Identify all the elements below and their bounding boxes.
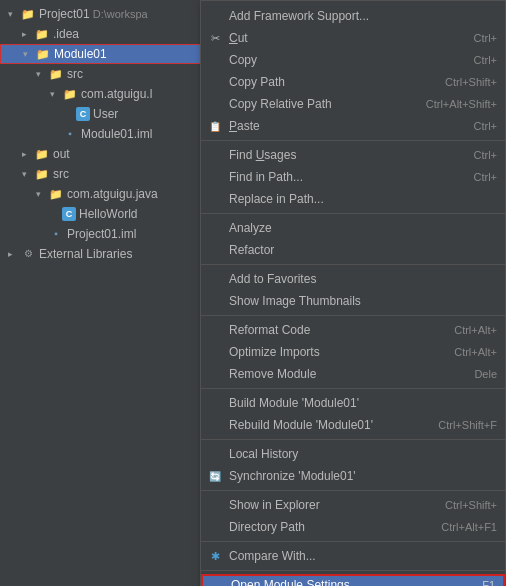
menu-item-add-framework[interactable]: Add Framework Support... bbox=[201, 5, 505, 27]
menu-item-cut[interactable]: ✂ Cut Ctrl+ bbox=[201, 27, 505, 49]
menu-label-analyze: Analyze bbox=[229, 221, 497, 235]
tree-label-module01: Module01 bbox=[54, 47, 107, 61]
menu-label-compare-with: Compare With... bbox=[229, 549, 497, 563]
menu-item-synchronize[interactable]: 🔄 Synchronize 'Module01' bbox=[201, 465, 505, 487]
menu-label-build-module: Build Module 'Module01' bbox=[229, 396, 497, 410]
shortcut-rebuild-module: Ctrl+Shift+F bbox=[418, 419, 497, 431]
menu-item-reformat-code[interactable]: Reformat Code Ctrl+Alt+ bbox=[201, 319, 505, 341]
menu-separator-8 bbox=[201, 541, 505, 542]
menu-item-copy[interactable]: Copy Ctrl+ bbox=[201, 49, 505, 71]
shortcut-optimize-imports: Ctrl+Alt+ bbox=[434, 346, 497, 358]
folder-icon-src2: 📁 bbox=[34, 166, 50, 182]
menu-label-replace-in-path: Replace in Path... bbox=[229, 192, 497, 206]
menu-item-build-module[interactable]: Build Module 'Module01' bbox=[201, 392, 505, 414]
paste-icon: 📋 bbox=[207, 121, 223, 132]
context-menu: Add Framework Support... ✂ Cut Ctrl+ Cop… bbox=[200, 0, 506, 586]
menu-item-compare-with[interactable]: ✱ Compare With... bbox=[201, 545, 505, 567]
arrow-com-atguigu-java bbox=[36, 189, 48, 199]
menu-separator-2 bbox=[201, 213, 505, 214]
iml-icon-project01: ▪ bbox=[48, 226, 64, 242]
menu-separator-9 bbox=[201, 570, 505, 571]
folder-icon-com-atguigu: 📁 bbox=[62, 86, 78, 102]
tree-item-com-atguigu[interactable]: 📁 com.atguigu.l bbox=[0, 84, 205, 104]
shortcut-copy-path: Ctrl+Shift+ bbox=[425, 76, 497, 88]
tree-label-project01: Project01 bbox=[39, 7, 90, 21]
menu-item-show-in-explorer[interactable]: Show in Explorer Ctrl+Shift+ bbox=[201, 494, 505, 516]
folder-icon-com-atguigu-java: 📁 bbox=[48, 186, 64, 202]
tree-item-helloworld[interactable]: C HelloWorld bbox=[0, 204, 205, 224]
tree-item-project01-iml[interactable]: ▪ Project01.iml bbox=[0, 224, 205, 244]
menu-label-copy-relative-path: Copy Relative Path bbox=[229, 97, 406, 111]
shortcut-find-in-path: Ctrl+ bbox=[453, 171, 497, 183]
tree-item-idea[interactable]: 📁 .idea bbox=[0, 24, 205, 44]
arrow-out bbox=[22, 149, 34, 159]
arrow-idea bbox=[22, 29, 34, 39]
shortcut-copy-relative-path: Ctrl+Alt+Shift+ bbox=[406, 98, 497, 110]
menu-separator-7 bbox=[201, 490, 505, 491]
menu-item-replace-in-path[interactable]: Replace in Path... bbox=[201, 188, 505, 210]
menu-label-open-module-settings: Open Module Settings bbox=[231, 578, 462, 586]
tree-label-src1: src bbox=[67, 67, 83, 81]
menu-separator-5 bbox=[201, 388, 505, 389]
tree-item-src1[interactable]: 📁 src bbox=[0, 64, 205, 84]
java-icon-helloworld: C bbox=[62, 207, 76, 221]
menu-separator-1 bbox=[201, 140, 505, 141]
menu-separator-4 bbox=[201, 315, 505, 316]
arrow-project01 bbox=[8, 9, 20, 19]
tree-label-external-libraries: External Libraries bbox=[39, 247, 132, 261]
menu-label-paste: Paste bbox=[229, 119, 453, 133]
tree-label-module01-iml: Module01.iml bbox=[81, 127, 152, 141]
menu-label-find-usages: Find Usages bbox=[229, 148, 453, 162]
menu-item-optimize-imports[interactable]: Optimize Imports Ctrl+Alt+ bbox=[201, 341, 505, 363]
menu-item-local-history[interactable]: Local History bbox=[201, 443, 505, 465]
compare-icon: ✱ bbox=[207, 550, 223, 563]
menu-item-analyze[interactable]: Analyze bbox=[201, 217, 505, 239]
menu-separator-3 bbox=[201, 264, 505, 265]
menu-item-directory-path[interactable]: Directory Path Ctrl+Alt+F1 bbox=[201, 516, 505, 538]
lib-icon-external: ⚙ bbox=[20, 246, 36, 262]
folder-icon-idea: 📁 bbox=[34, 26, 50, 42]
menu-label-find-in-path: Find in Path... bbox=[229, 170, 453, 184]
menu-label-optimize-imports: Optimize Imports bbox=[229, 345, 434, 359]
folder-icon-module01: 📁 bbox=[35, 46, 51, 62]
tree-item-src2[interactable]: 📁 src bbox=[0, 164, 205, 184]
folder-icon-out: 📁 bbox=[34, 146, 50, 162]
menu-label-local-history: Local History bbox=[229, 447, 497, 461]
menu-item-rebuild-module[interactable]: Rebuild Module 'Module01' Ctrl+Shift+F bbox=[201, 414, 505, 436]
shortcut-paste: Ctrl+ bbox=[453, 120, 497, 132]
menu-label-copy-path: Copy Path bbox=[229, 75, 425, 89]
menu-item-add-favorites[interactable]: Add to Favorites bbox=[201, 268, 505, 290]
menu-item-copy-relative-path[interactable]: Copy Relative Path Ctrl+Alt+Shift+ bbox=[201, 93, 505, 115]
tree-label-user: User bbox=[93, 107, 118, 121]
shortcut-copy: Ctrl+ bbox=[453, 54, 497, 66]
tree-item-user[interactable]: C User bbox=[0, 104, 205, 124]
tree-item-external-libraries[interactable]: ⚙ External Libraries bbox=[0, 244, 205, 264]
tree-item-project01[interactable]: 📁 Project01 D:\workspa bbox=[0, 4, 205, 24]
folder-icon-src1: 📁 bbox=[48, 66, 64, 82]
menu-item-remove-module[interactable]: Remove Module Dele bbox=[201, 363, 505, 385]
menu-label-add-framework: Add Framework Support... bbox=[229, 9, 497, 23]
menu-item-find-in-path[interactable]: Find in Path... Ctrl+ bbox=[201, 166, 505, 188]
tree-label-src2: src bbox=[53, 167, 69, 181]
menu-item-copy-path[interactable]: Copy Path Ctrl+Shift+ bbox=[201, 71, 505, 93]
tree-label-out: out bbox=[53, 147, 70, 161]
tree-item-com-atguigu-java[interactable]: 📁 com.atguigu.java bbox=[0, 184, 205, 204]
tree-suffix-project01: D:\workspa bbox=[93, 8, 148, 20]
shortcut-open-module-settings: F1 bbox=[462, 579, 495, 586]
iml-icon-module01: ▪ bbox=[62, 126, 78, 142]
shortcut-reformat-code: Ctrl+Alt+ bbox=[434, 324, 497, 336]
tree-item-module01-iml[interactable]: ▪ Module01.iml bbox=[0, 124, 205, 144]
menu-item-show-image-thumbnails[interactable]: Show Image Thumbnails bbox=[201, 290, 505, 312]
menu-label-add-favorites: Add to Favorites bbox=[229, 272, 497, 286]
menu-item-open-module-settings[interactable]: Open Module Settings F1 bbox=[201, 574, 505, 586]
tree-label-com-atguigu: com.atguigu.l bbox=[81, 87, 152, 101]
menu-item-find-usages[interactable]: Find Usages Ctrl+ bbox=[201, 144, 505, 166]
tree-item-module01[interactable]: 📁 Module01 bbox=[0, 44, 205, 64]
arrow-module01 bbox=[23, 49, 35, 59]
arrow-external-libraries bbox=[8, 249, 20, 259]
tree-item-out[interactable]: 📁 out bbox=[0, 144, 205, 164]
file-tree: 📁 Project01 D:\workspa 📁 .idea 📁 Module0… bbox=[0, 0, 205, 586]
menu-item-paste[interactable]: 📋 Paste Ctrl+ bbox=[201, 115, 505, 137]
tree-label-project01-iml: Project01.iml bbox=[67, 227, 136, 241]
menu-item-refactor[interactable]: Refactor bbox=[201, 239, 505, 261]
